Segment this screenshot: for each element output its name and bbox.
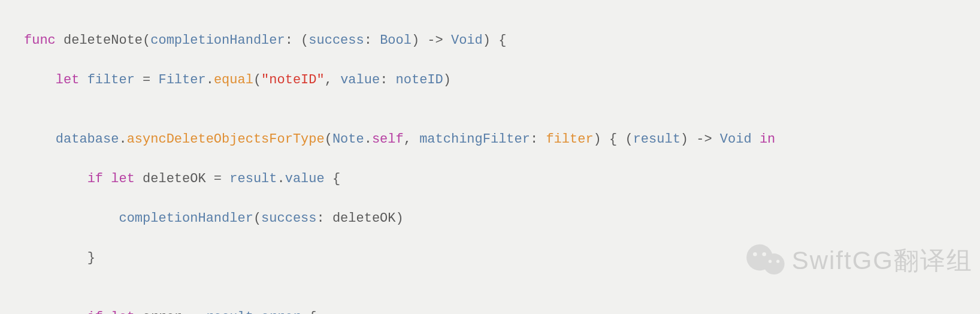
identifier: filter — [546, 132, 593, 147]
keyword: func — [24, 33, 56, 48]
keyword: let — [56, 73, 80, 87]
function-call: completionHandler — [119, 211, 253, 226]
type: Void — [720, 132, 752, 147]
arg-label: value — [340, 73, 380, 87]
type: Void — [451, 33, 483, 48]
keyword: let — [111, 171, 135, 186]
code-line: func deleteNote(completionHandler: (succ… — [24, 31, 980, 50]
param-name: completionHandler — [150, 33, 285, 48]
keyword: in — [760, 132, 775, 147]
identifier: result — [633, 132, 680, 147]
keyword: let — [111, 310, 135, 314]
code-line: if let error = result.error { — [24, 307, 980, 314]
code-line: if let deleteOK = result.value { — [24, 169, 980, 189]
string-literal: "noteID" — [261, 73, 325, 87]
code-line: let filter = Filter.equal("noteID", valu… — [24, 70, 980, 90]
code-line: database.asyncDeleteObjectsForType(Note.… — [24, 129, 980, 149]
type: Note — [332, 132, 364, 147]
identifier: filter — [87, 73, 135, 87]
identifier: result — [229, 171, 277, 186]
keyword: self — [372, 132, 404, 147]
identifier: deleteOK — [143, 171, 206, 186]
function-name: deleteNote — [63, 33, 143, 48]
identifier: result — [206, 310, 253, 314]
identifier: noteID — [396, 73, 443, 87]
keyword: if — [87, 171, 103, 186]
param-name: success — [308, 33, 364, 48]
method: equal — [214, 73, 253, 87]
method: asyncDeleteObjectsForType — [127, 132, 325, 147]
code-line: } — [24, 248, 980, 268]
code-line: completionHandler(success: deleteOK) — [24, 209, 980, 228]
identifier: deleteOK — [332, 211, 396, 226]
keyword: if — [87, 310, 103, 314]
type: Filter — [158, 73, 205, 87]
property: error — [261, 310, 301, 314]
arg-label: success — [261, 211, 316, 226]
identifier: error — [143, 310, 182, 314]
property: value — [285, 171, 325, 186]
arg-label: matchingFilter — [419, 132, 530, 147]
code-block: func deleteNote(completionHandler: (succ… — [0, 0, 980, 314]
type: Bool — [380, 33, 412, 48]
identifier: database — [56, 132, 119, 147]
